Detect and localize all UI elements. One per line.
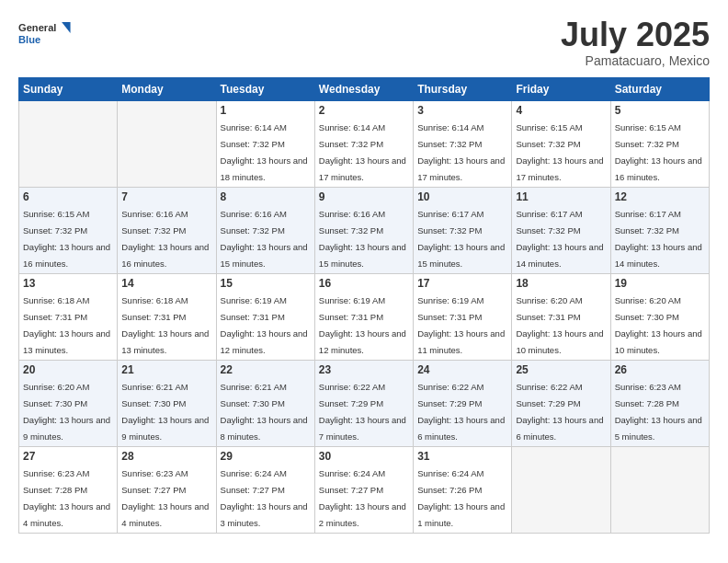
day-number: 17 (417, 277, 507, 290)
table-row: 15 Sunrise: 6:19 AMSunset: 7:31 PMDaylig… (216, 273, 314, 360)
day-detail: Sunrise: 6:22 AMSunset: 7:29 PMDaylight:… (319, 382, 406, 442)
day-detail: Sunrise: 6:15 AMSunset: 7:32 PMDaylight:… (23, 209, 110, 269)
title-area: July 2025 Pamatacuaro, Mexico (561, 17, 710, 68)
table-row: 24 Sunrise: 6:22 AMSunset: 7:29 PMDaylig… (414, 360, 512, 446)
day-detail: Sunrise: 6:21 AMSunset: 7:30 PMDaylight:… (221, 382, 308, 442)
calendar-table: Sunday Monday Tuesday Wednesday Thursday… (18, 77, 710, 534)
table-row: 26 Sunrise: 6:23 AMSunset: 7:28 PMDaylig… (610, 360, 709, 446)
table-row: 27 Sunrise: 6:23 AMSunset: 7:28 PMDaylig… (19, 446, 118, 533)
table-row: 29 Sunrise: 6:24 AMSunset: 7:27 PMDaylig… (216, 446, 314, 533)
table-row: 9 Sunrise: 6:16 AMSunset: 7:32 PMDayligh… (314, 187, 413, 273)
col-thursday: Thursday (414, 77, 512, 100)
logo-icon: General Blue (18, 17, 74, 50)
day-number: 30 (319, 450, 409, 463)
table-row: 10 Sunrise: 6:17 AMSunset: 7:32 PMDaylig… (414, 187, 512, 273)
day-detail: Sunrise: 6:16 AMSunset: 7:32 PMDaylight:… (121, 209, 209, 269)
table-row: 20 Sunrise: 6:20 AMSunset: 7:30 PMDaylig… (19, 360, 118, 446)
col-friday: Friday (512, 77, 610, 100)
table-row (118, 100, 216, 187)
table-row: 17 Sunrise: 6:19 AMSunset: 7:31 PMDaylig… (414, 273, 512, 360)
day-number: 26 (615, 363, 705, 376)
table-row: 6 Sunrise: 6:15 AMSunset: 7:32 PMDayligh… (19, 187, 118, 273)
table-row: 14 Sunrise: 6:18 AMSunset: 7:31 PMDaylig… (118, 273, 216, 360)
svg-text:Blue: Blue (18, 34, 40, 45)
day-number: 3 (417, 104, 507, 117)
day-detail: Sunrise: 6:20 AMSunset: 7:30 PMDaylight:… (615, 295, 702, 355)
day-detail: Sunrise: 6:20 AMSunset: 7:31 PMDaylight:… (516, 295, 603, 355)
table-row: 22 Sunrise: 6:21 AMSunset: 7:30 PMDaylig… (216, 360, 314, 446)
table-row (610, 446, 709, 533)
col-sunday: Sunday (19, 77, 118, 100)
day-detail: Sunrise: 6:24 AMSunset: 7:26 PMDaylight:… (417, 468, 505, 528)
table-row: 23 Sunrise: 6:22 AMSunset: 7:29 PMDaylig… (314, 360, 413, 446)
day-detail: Sunrise: 6:14 AMSunset: 7:32 PMDaylight:… (417, 122, 505, 182)
calendar-week-row: 27 Sunrise: 6:23 AMSunset: 7:28 PMDaylig… (19, 446, 710, 533)
day-detail: Sunrise: 6:20 AMSunset: 7:30 PMDaylight:… (23, 382, 110, 442)
day-number: 4 (516, 104, 606, 117)
day-detail: Sunrise: 6:23 AMSunset: 7:28 PMDaylight:… (615, 382, 702, 442)
day-detail: Sunrise: 6:22 AMSunset: 7:29 PMDaylight:… (417, 382, 505, 442)
table-row: 1 Sunrise: 6:14 AMSunset: 7:32 PMDayligh… (216, 100, 314, 187)
table-row: 25 Sunrise: 6:22 AMSunset: 7:29 PMDaylig… (512, 360, 610, 446)
day-detail: Sunrise: 6:17 AMSunset: 7:32 PMDaylight:… (615, 209, 702, 269)
table-row: 7 Sunrise: 6:16 AMSunset: 7:32 PMDayligh… (118, 187, 216, 273)
table-row (512, 446, 610, 533)
day-number: 18 (516, 277, 606, 290)
table-row: 30 Sunrise: 6:24 AMSunset: 7:27 PMDaylig… (314, 446, 413, 533)
day-number: 21 (121, 363, 211, 376)
day-number: 25 (516, 363, 606, 376)
table-row: 16 Sunrise: 6:19 AMSunset: 7:31 PMDaylig… (314, 273, 413, 360)
table-row (19, 100, 118, 187)
day-detail: Sunrise: 6:17 AMSunset: 7:32 PMDaylight:… (417, 209, 505, 269)
table-row: 21 Sunrise: 6:21 AMSunset: 7:30 PMDaylig… (118, 360, 216, 446)
day-number: 8 (221, 190, 311, 203)
day-detail: Sunrise: 6:19 AMSunset: 7:31 PMDaylight:… (319, 295, 406, 355)
day-number: 24 (417, 363, 507, 376)
table-row: 5 Sunrise: 6:15 AMSunset: 7:32 PMDayligh… (610, 100, 709, 187)
day-number: 31 (417, 450, 507, 463)
day-detail: Sunrise: 6:17 AMSunset: 7:32 PMDaylight:… (516, 209, 603, 269)
day-number: 12 (615, 190, 705, 203)
col-monday: Monday (118, 77, 216, 100)
day-detail: Sunrise: 6:24 AMSunset: 7:27 PMDaylight:… (221, 468, 308, 528)
day-detail: Sunrise: 6:21 AMSunset: 7:30 PMDaylight:… (121, 382, 209, 442)
day-number: 1 (221, 104, 311, 117)
logo: General Blue (18, 17, 74, 50)
day-detail: Sunrise: 6:19 AMSunset: 7:31 PMDaylight:… (417, 295, 505, 355)
day-number: 15 (221, 277, 311, 290)
table-row: 31 Sunrise: 6:24 AMSunset: 7:26 PMDaylig… (414, 446, 512, 533)
day-number: 19 (615, 277, 705, 290)
table-row: 12 Sunrise: 6:17 AMSunset: 7:32 PMDaylig… (610, 187, 709, 273)
day-detail: Sunrise: 6:23 AMSunset: 7:28 PMDaylight:… (23, 468, 110, 528)
table-row: 18 Sunrise: 6:20 AMSunset: 7:31 PMDaylig… (512, 273, 610, 360)
table-row: 2 Sunrise: 6:14 AMSunset: 7:32 PMDayligh… (314, 100, 413, 187)
col-tuesday: Tuesday (216, 77, 314, 100)
day-detail: Sunrise: 6:14 AMSunset: 7:32 PMDaylight:… (319, 122, 406, 182)
day-number: 5 (615, 104, 705, 117)
calendar-week-row: 13 Sunrise: 6:18 AMSunset: 7:31 PMDaylig… (19, 273, 710, 360)
page-header: General Blue July 2025 Pamatacuaro, Mexi… (18, 17, 710, 68)
day-detail: Sunrise: 6:15 AMSunset: 7:32 PMDaylight:… (615, 122, 702, 182)
location-subtitle: Pamatacuaro, Mexico (561, 53, 710, 68)
table-row: 19 Sunrise: 6:20 AMSunset: 7:30 PMDaylig… (610, 273, 709, 360)
col-wednesday: Wednesday (314, 77, 413, 100)
day-detail: Sunrise: 6:22 AMSunset: 7:29 PMDaylight:… (516, 382, 603, 442)
table-row: 11 Sunrise: 6:17 AMSunset: 7:32 PMDaylig… (512, 187, 610, 273)
day-number: 11 (516, 190, 606, 203)
day-number: 23 (319, 363, 409, 376)
day-number: 28 (121, 450, 211, 463)
day-number: 13 (23, 277, 113, 290)
col-saturday: Saturday (610, 77, 709, 100)
day-number: 16 (319, 277, 409, 290)
month-title: July 2025 (561, 17, 710, 53)
table-row: 8 Sunrise: 6:16 AMSunset: 7:32 PMDayligh… (216, 187, 314, 273)
table-row: 4 Sunrise: 6:15 AMSunset: 7:32 PMDayligh… (512, 100, 610, 187)
calendar-week-row: 1 Sunrise: 6:14 AMSunset: 7:32 PMDayligh… (19, 100, 710, 187)
day-detail: Sunrise: 6:18 AMSunset: 7:31 PMDaylight:… (23, 295, 110, 355)
calendar-week-row: 6 Sunrise: 6:15 AMSunset: 7:32 PMDayligh… (19, 187, 710, 273)
svg-marker-2 (62, 22, 70, 33)
day-number: 22 (221, 363, 311, 376)
day-number: 2 (319, 104, 409, 117)
day-number: 9 (319, 190, 409, 203)
day-detail: Sunrise: 6:19 AMSunset: 7:31 PMDaylight:… (221, 295, 308, 355)
